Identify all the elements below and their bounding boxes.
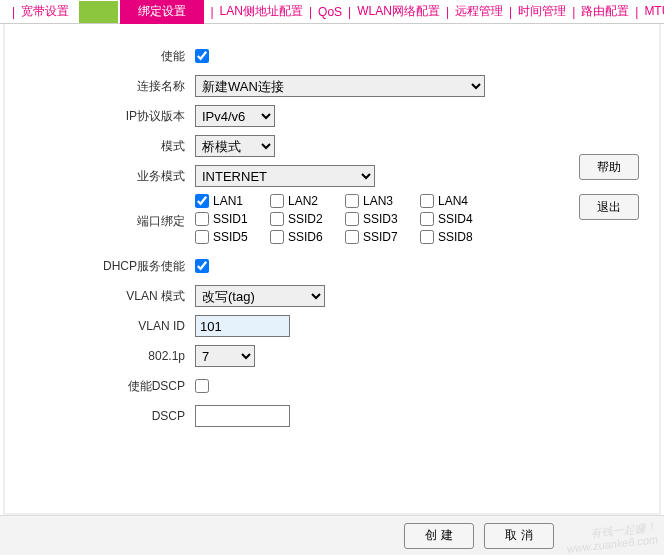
port-lan1[interactable]: LAN1 <box>195 194 270 208</box>
nav-item-0[interactable]: 宽带设置 <box>19 0 71 24</box>
side-buttons: 帮助 退出 <box>579 154 639 220</box>
footer-bar: 创 建 取 消 <box>0 515 664 555</box>
port-ssid6[interactable]: SSID6 <box>270 230 345 244</box>
top-nav: | 宽带设置 绑定设置 | LAN侧地址配置 | QoS | WLAN网络配置 … <box>0 0 664 24</box>
nav-item-1-badge[interactable]: 绑定设置 <box>120 0 204 24</box>
label-conn-name: 连接名称 <box>35 78 195 95</box>
content-panel: 使能 连接名称 新建WAN连接 IP协议版本 IPv4/v6 模式 桥模式 业务… <box>3 24 661 515</box>
port-ssid7[interactable]: SSID7 <box>345 230 420 244</box>
dscp-input[interactable] <box>195 405 290 427</box>
enable-checkbox[interactable] <box>195 49 209 63</box>
port-ssid5[interactable]: SSID5 <box>195 230 270 244</box>
port-lan3[interactable]: LAN3 <box>345 194 420 208</box>
create-button[interactable]: 创 建 <box>404 523 474 549</box>
label-enable: 使能 <box>35 48 195 65</box>
port-ssid8[interactable]: SSID8 <box>420 230 495 244</box>
nav-sep: | <box>12 5 15 19</box>
nav-item-1-active-bg[interactable] <box>79 1 118 23</box>
label-8021p: 802.1p <box>35 349 195 363</box>
port-ssid1[interactable]: SSID1 <box>195 212 270 226</box>
label-vlan-mode: VLAN 模式 <box>35 288 195 305</box>
vlan-mode-select[interactable]: 改写(tag) <box>195 285 325 307</box>
cancel-button[interactable]: 取 消 <box>484 523 554 549</box>
port-bind-grid: LAN1 LAN2 LAN3 LAN4 SSID1 SSID2 SSID3 SS… <box>195 194 515 248</box>
label-dscp-enable: 使能DSCP <box>35 378 195 395</box>
service-mode-select[interactable]: INTERNET <box>195 165 375 187</box>
label-svc-mode: 业务模式 <box>35 168 195 185</box>
help-button[interactable]: 帮助 <box>579 154 639 180</box>
nav-item-6[interactable]: 时间管理 <box>516 0 568 24</box>
port-ssid3[interactable]: SSID3 <box>345 212 420 226</box>
nav-item-8[interactable]: MTU设置 <box>642 0 664 24</box>
port-lan4[interactable]: LAN4 <box>420 194 495 208</box>
wan-form: 使能 连接名称 新建WAN连接 IP协议版本 IPv4/v6 模式 桥模式 业务… <box>35 44 515 428</box>
nav-item-7[interactable]: 路由配置 <box>579 0 631 24</box>
label-dhcp-enable: DHCP服务使能 <box>35 258 195 275</box>
conn-name-select[interactable]: 新建WAN连接 <box>195 75 485 97</box>
mode-select[interactable]: 桥模式 <box>195 135 275 157</box>
vlan-id-input[interactable] <box>195 315 290 337</box>
label-port-bind: 端口绑定 <box>35 213 195 230</box>
label-vlan-id: VLAN ID <box>35 319 195 333</box>
dscp-enable-checkbox[interactable] <box>195 379 209 393</box>
label-mode: 模式 <box>35 138 195 155</box>
ip-version-select[interactable]: IPv4/v6 <box>195 105 275 127</box>
exit-button[interactable]: 退出 <box>579 194 639 220</box>
port-ssid2[interactable]: SSID2 <box>270 212 345 226</box>
p8021-select[interactable]: 7 <box>195 345 255 367</box>
nav-item-3[interactable]: QoS <box>316 1 344 23</box>
label-ip-ver: IP协议版本 <box>35 108 195 125</box>
nav-item-5[interactable]: 远程管理 <box>453 0 505 24</box>
nav-item-2[interactable]: LAN侧地址配置 <box>218 0 305 24</box>
label-dscp: DSCP <box>35 409 195 423</box>
port-ssid4[interactable]: SSID4 <box>420 212 495 226</box>
dhcp-enable-checkbox[interactable] <box>195 259 209 273</box>
port-lan2[interactable]: LAN2 <box>270 194 345 208</box>
nav-item-4[interactable]: WLAN网络配置 <box>355 0 442 24</box>
